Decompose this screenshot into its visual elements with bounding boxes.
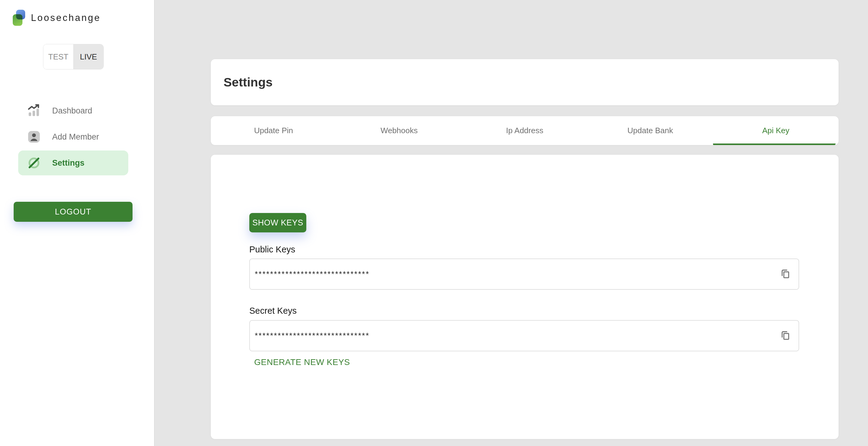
env-test-button[interactable]: TEST bbox=[43, 44, 73, 69]
env-toggle: TEST LIVE bbox=[43, 44, 104, 69]
brand-logo: Loosechange bbox=[0, 0, 154, 27]
circle-slash-icon bbox=[27, 156, 41, 170]
env-live-button[interactable]: LIVE bbox=[73, 44, 104, 69]
sidebar: Loosechange TEST LIVE Dashboard bbox=[0, 0, 155, 446]
copy-icon bbox=[779, 329, 791, 342]
copy-icon bbox=[779, 268, 791, 280]
generate-new-keys-button[interactable]: GENERATE NEW KEYS bbox=[254, 357, 350, 367]
sidebar-item-label: Settings bbox=[52, 158, 85, 168]
tab-ip-address[interactable]: Ip Address bbox=[462, 116, 587, 145]
tab-api-key-label: Api Key bbox=[762, 126, 789, 135]
public-key-field bbox=[249, 259, 799, 290]
main-content: Settings Update Pin Webhooks Ip Address … bbox=[155, 0, 868, 446]
tab-update-bank[interactable]: Update Bank bbox=[587, 116, 713, 145]
sidebar-nav: Dashboard Add Member Settings bbox=[0, 98, 154, 177]
secret-keys-label: Secret Keys bbox=[249, 306, 297, 316]
show-keys-button[interactable]: SHOW KEYS bbox=[249, 213, 306, 232]
loosechange-logo-icon bbox=[12, 9, 26, 27]
chart-trending-up-icon bbox=[27, 104, 41, 117]
copy-public-key-button[interactable] bbox=[775, 265, 795, 284]
page-header-card: Settings bbox=[211, 59, 839, 105]
active-tab-underline bbox=[713, 144, 836, 145]
sidebar-item-add-member[interactable]: Add Member bbox=[18, 124, 128, 149]
settings-tabs: Update Pin Webhooks Ip Address Update Ba… bbox=[211, 116, 839, 145]
sidebar-item-label: Dashboard bbox=[52, 106, 92, 116]
tab-api-key[interactable]: Api Key bbox=[713, 116, 839, 145]
copy-secret-key-button[interactable] bbox=[775, 326, 795, 346]
secret-key-input[interactable] bbox=[255, 331, 775, 340]
sidebar-item-settings[interactable]: Settings bbox=[18, 150, 128, 175]
secret-key-field bbox=[249, 320, 799, 351]
person-icon bbox=[27, 130, 41, 144]
tab-update-pin[interactable]: Update Pin bbox=[211, 116, 336, 145]
sidebar-item-dashboard[interactable]: Dashboard bbox=[18, 98, 128, 123]
tab-webhooks[interactable]: Webhooks bbox=[336, 116, 462, 145]
logout-button[interactable]: LOGOUT bbox=[14, 202, 132, 222]
page-title: Settings bbox=[223, 75, 273, 90]
api-key-panel: SHOW KEYS Public Keys Secret Keys bbox=[211, 155, 839, 439]
public-keys-label: Public Keys bbox=[249, 244, 296, 255]
public-key-input[interactable] bbox=[255, 269, 775, 279]
sidebar-item-label: Add Member bbox=[52, 132, 99, 142]
brand-name: Loosechange bbox=[31, 12, 101, 23]
